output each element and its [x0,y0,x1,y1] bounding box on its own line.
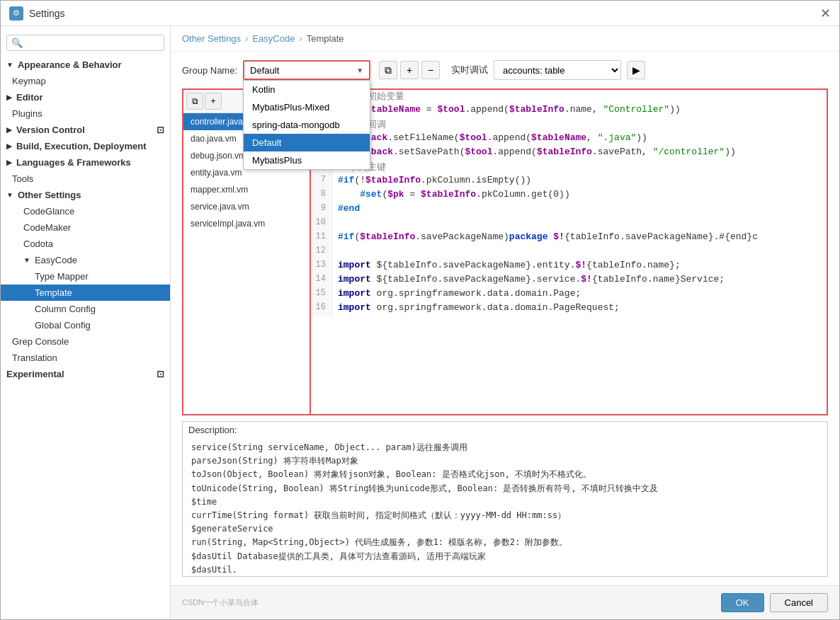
chevron-icon: ▼ [6,61,13,69]
template-content: Group Name: Default ▼ Kotlin MybatisPlus… [171,52,839,585]
chevron-icon: ▶ [6,93,12,101]
cancel-button[interactable]: Cancel [770,593,828,612]
add-button[interactable]: + [400,61,419,79]
sidebar-item-label: Tools [12,173,33,184]
settings-window: ⚙ Settings ✕ 🔍 ▼ Appearance & Behavior K… [0,0,840,620]
line-content: #end [332,203,360,217]
watermark-area: CSDN一个小菜鸟合体 [182,593,715,612]
description-label: Description: [183,422,827,438]
search-input[interactable] [25,38,159,48]
search-box[interactable]: 🔍 [6,35,164,51]
code-line: 16 import org.springframework.data.domai… [311,302,827,316]
line-number: 13 [311,260,332,274]
close-button[interactable]: ✕ [820,7,831,20]
code-line: 6 ##拿到主键 [311,161,827,175]
line-content [332,246,338,260]
experimental-icon: ⊡ [157,369,164,379]
dropdown-item-default[interactable]: Default [244,134,370,151]
breadcrumb-sep: › [299,33,302,44]
line-content [332,217,338,231]
line-number: 11 [311,231,332,246]
sidebar-item-label: Experimental [6,369,64,379]
copy-button[interactable]: ⧉ [379,61,397,79]
debug-label: 实时调试 [451,64,488,76]
sidebar-item-languages[interactable]: ▶ Languages & Frameworks [1,154,170,171]
line-number: 12 [311,246,332,260]
sidebar-item-build[interactable]: ▶ Build, Execution, Deployment [1,138,170,154]
sidebar-item-other-settings[interactable]: ▼ Other Settings [1,187,170,203]
sidebar-item-global-config[interactable]: Global Config [1,317,170,333]
breadcrumb-easycode[interactable]: EasyCode [252,33,295,44]
chevron-icon: ▶ [6,142,12,150]
ok-button[interactable]: OK [721,593,764,612]
sidebar-item-codemaker[interactable]: CodeMaker [1,219,170,236]
sidebar-item-tools[interactable]: Tools [1,171,170,187]
chevron-icon: ▶ [6,159,12,166]
dropdown-item-mybatisplus[interactable]: MybatisPlus [244,151,370,169]
dropdown-item-spring-data-mongodb[interactable]: spring-data-mongodb [244,116,370,134]
code-line: 5 #!callback.setSavePath($tool.append($t… [311,147,827,161]
file-copy-button[interactable]: ⧉ [186,93,203,110]
watermark: CSDN一个小菜鸟合体 [182,597,259,608]
line-number: 10 [311,217,332,231]
line-content: import ${tableInfo.savePackageName}.enti… [332,260,681,274]
main-panel: Other Settings › EasyCode › Template Gro… [171,26,839,619]
code-line: 14 import ${tableInfo.savePackageName}.s… [311,274,827,288]
line-content: import org.springframework.data.domain.P… [332,302,620,316]
sidebar-item-easycode[interactable]: ▼ EasyCode [1,252,170,268]
sidebar-item-codeglance[interactable]: CodeGlance [1,203,170,219]
main-content: 🔍 ▼ Appearance & Behavior Keymap ▶ Edito… [1,26,839,619]
code-editor[interactable]: 1 ##定义初始变量 2 #set($tableName = $tool.app… [311,90,827,414]
code-line: 10 [311,217,827,231]
sidebar-item-label: Grep Console [12,336,69,347]
sidebar-item-label: CodeMaker [23,222,71,233]
dropdown-item-mybatisplus-mixed[interactable]: MybatisPlus-Mixed [244,98,370,116]
code-line: 4 #callback.setFileName($tool.append($ta… [311,132,827,147]
sidebar-item-type-mapper[interactable]: Type Mapper [1,268,170,285]
chevron-icon: ▼ [6,191,13,199]
sidebar-item-grep-console[interactable]: Grep Console [1,333,170,350]
sidebar-item-label: Appearance & Behavior [18,59,122,70]
toolbar-icons: ⧉ + − [379,61,440,79]
dropdown-item-kotlin[interactable]: Kotlin [244,81,370,98]
file-item[interactable]: mapper.xml.vm [183,181,310,198]
debug-dropdown[interactable]: accounts: table [494,60,621,80]
sidebar-item-translation[interactable]: Translation [1,350,170,366]
code-line: 12 [311,246,827,260]
sidebar-item-version-control[interactable]: ▶ Version Control ⊡ [1,122,170,138]
sidebar-item-appearance[interactable]: ▼ Appearance & Behavior [1,57,170,73]
sidebar-item-label: EasyCode [35,255,77,265]
sidebar-item-experimental[interactable]: Experimental ⊡ [1,366,170,382]
description-panel: Description: service(String serviceName,… [182,421,828,577]
breadcrumb-other-settings[interactable]: Other Settings [182,33,241,44]
sidebar-item-codota[interactable]: Codota [1,236,170,252]
code-line: 15 import org.springframework.data.domai… [311,288,827,302]
file-item[interactable]: serviceImpl.java.vm [183,215,310,232]
sidebar-item-label: Version Control [16,125,85,135]
line-number: 9 [311,203,332,217]
code-line: 1 ##定义初始变量 [311,90,827,104]
file-item[interactable]: service.java.vm [183,198,310,215]
sidebar-item-editor[interactable]: ▶ Editor [1,89,170,105]
sidebar-item-label: Editor [16,92,43,103]
run-debug-button[interactable]: ▶ [627,61,645,79]
description-content[interactable]: service(String serviceName, Object... pa… [183,438,827,574]
code-line: 3 ##设置回调 [311,118,827,132]
sidebar: 🔍 ▼ Appearance & Behavior Keymap ▶ Edito… [1,26,171,619]
code-panel[interactable]: 1 ##定义初始变量 2 #set($tableName = $tool.app… [311,90,827,414]
sidebar-item-label: Build, Execution, Deployment [16,141,146,151]
sidebar-item-plugins[interactable]: Plugins [1,105,170,122]
sidebar-item-template[interactable]: Template [1,285,170,301]
group-name-dropdown-container: Default ▼ Kotlin MybatisPlus-Mixed sprin… [243,60,370,80]
sidebar-item-column-config[interactable]: Column Config [1,301,170,317]
window-title: Settings [29,8,65,19]
sidebar-item-keymap[interactable]: Keymap [1,73,170,89]
line-number: 16 [311,302,332,316]
group-name-dropdown[interactable]: Default ▼ [243,60,370,80]
sidebar-item-label: Other Settings [18,190,81,200]
desc-line: $time [191,495,819,509]
sidebar-item-label: Codota [23,239,53,249]
remove-button[interactable]: − [421,61,440,79]
breadcrumb-sep: › [245,33,248,44]
file-add-button[interactable]: + [205,93,222,110]
